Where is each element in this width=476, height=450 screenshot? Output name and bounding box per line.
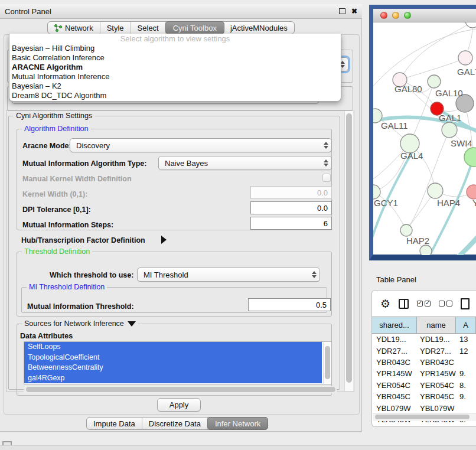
mi-steps-label: Mutual Information Steps:	[22, 221, 113, 229]
column-header[interactable]: name	[417, 317, 456, 333]
mi-steps-input[interactable]	[250, 217, 332, 230]
tab-discretize-data[interactable]: Discretize Data	[142, 418, 208, 429]
node-label: Y	[472, 198, 476, 208]
which-threshold-select[interactable]: MI Threshold	[137, 268, 320, 282]
tab-cyni-toolbox[interactable]: Cyni Toolbox	[165, 21, 224, 34]
dropdown-prompt: Select algorithm to view settings	[9, 34, 341, 44]
table-panel: ⚙ shared... name A YDL19...YDL19...13 YD…	[371, 290, 476, 427]
chevron-right-icon[interactable]	[161, 236, 167, 244]
table-row[interactable]: YIL052CYIL052C9	[372, 425, 476, 427]
manual-kernel-label: Manual Kernel Width Definition	[22, 175, 132, 183]
dpi-tolerance-input[interactable]	[250, 201, 332, 214]
column-header[interactable]: A	[456, 317, 476, 333]
column-header[interactable]: shared...	[372, 317, 417, 333]
kernel-width-label: Kernel Width (0,1):	[22, 190, 87, 198]
algorithm-dropdown-list: Select algorithm to view settings Bayesi…	[9, 34, 341, 102]
network-canvas[interactable]: GAL7 GAL80 GAL10 GAL1 GAL11 SWI4 GAL4 GC…	[373, 22, 476, 255]
network-edges-highlight	[373, 109, 476, 255]
dropdown-item-selected[interactable]: ARACNE Algorithm	[9, 63, 341, 72]
mi-threshold-input[interactable]	[248, 298, 331, 311]
aracne-mode-select[interactable]: Discovery	[70, 138, 332, 152]
network-view-window[interactable]: GAL7 GAL80 GAL10 GAL1 GAL11 SWI4 GAL4 GC…	[369, 5, 476, 260]
table-toolbar: ⚙	[372, 291, 476, 317]
hscrollbar-thumb[interactable]	[375, 415, 470, 419]
tab-infer-network[interactable]: Infer Network	[207, 417, 268, 430]
network-window-titlebar[interactable]	[373, 9, 476, 22]
which-threshold-label: Which threshold to use:	[50, 271, 133, 279]
deselect-all-columns-icon[interactable]	[439, 301, 452, 306]
list-item[interactable]: SelfLoops	[24, 342, 322, 353]
data-attributes-label: Data Attributes	[20, 332, 73, 340]
dropdown-item[interactable]: Mutual Information Inference	[9, 72, 341, 81]
tab-impute-data[interactable]: Impute Data	[87, 418, 142, 429]
table-row[interactable]: YER054CYER054C8.	[372, 380, 476, 391]
table-row[interactable]: YPR145WYPR145W9.	[372, 368, 476, 379]
tab-jactivemnodules[interactable]: jActiveMNodules	[224, 22, 294, 34]
list-item[interactable]: BetweennessCentrality	[24, 363, 322, 373]
group-title: Threshold Definition	[22, 247, 92, 256]
hub-section-label[interactable]: Hub/Transcription Factor Definition	[21, 236, 145, 244]
control-panel-titlebar: Control Panel ✖	[0, 4, 362, 19]
zoom-traffic-light-icon[interactable]	[404, 12, 411, 19]
close-traffic-light-icon[interactable]	[380, 12, 387, 19]
mi-algorithm-type-select[interactable]: Naive Bayes	[158, 156, 332, 170]
table-row[interactable]: YDL19...YDL19...13	[372, 334, 476, 345]
dpi-tolerance-label: DPI Tolerance [0,1]:	[22, 206, 91, 214]
control-panel-tabbar: Network Style Select Cyni Toolbox jActiv…	[47, 21, 295, 34]
tab-select[interactable]: Select	[131, 22, 166, 34]
settings-scrollbar[interactable]	[344, 111, 353, 391]
table-row[interactable]: YBR045CYBR045C9.	[372, 391, 476, 402]
list-item[interactable]: gal4RGexp	[24, 373, 322, 384]
close-icon[interactable]: ✖	[351, 8, 357, 15]
group-title: Sources for Network Inference	[22, 319, 138, 328]
kernel-width-input[interactable]	[250, 186, 332, 199]
data-attributes-list: SelfLoops TopologicalCoefficient Between…	[24, 341, 332, 384]
columns-icon[interactable]	[399, 299, 409, 309]
table-hscrollbar[interactable]	[373, 413, 476, 421]
node-label: GAL4	[400, 151, 423, 161]
float-window-icon[interactable]	[339, 8, 345, 14]
scrollbar-thumb[interactable]	[346, 113, 352, 383]
node-label: HAP2	[406, 236, 429, 246]
list-item[interactable]: TopologicalCoefficient	[24, 353, 322, 363]
control-panel-title: Control Panel	[5, 7, 339, 16]
table-header: shared... name A	[372, 317, 476, 334]
bottom-strip	[0, 445, 476, 450]
export-table-icon[interactable]	[461, 298, 470, 309]
group-title: MI Threshold Definition	[27, 283, 107, 291]
node-label: SWI4	[451, 138, 472, 148]
node-label: GAL7	[457, 67, 476, 77]
manual-kernel-checkbox[interactable]	[322, 174, 331, 182]
node-label: GAL80	[395, 84, 422, 94]
combo-arrows-icon	[321, 142, 331, 149]
node-label: GAL10	[435, 88, 463, 98]
dropdown-item[interactable]: Dream8 DC_TDC Algorithm	[9, 91, 341, 100]
table-row[interactable]: YBR043CYBR043C	[372, 357, 476, 368]
node-label: GAL1	[439, 113, 461, 123]
dropdown-item[interactable]: Bayesian – Hill Climbing	[9, 44, 341, 53]
chevron-down-icon[interactable]	[128, 321, 136, 327]
select-all-columns-icon[interactable]	[417, 301, 431, 306]
tab-style[interactable]: Style	[100, 22, 131, 34]
group-title: Algorithm Definition	[22, 125, 90, 133]
network-icon	[54, 24, 62, 32]
bottom-tabbar: Impute Data Discretize Data Infer Networ…	[86, 417, 268, 430]
gear-icon[interactable]: ⚙	[380, 297, 390, 311]
list-scrollbar[interactable]	[323, 343, 331, 384]
aracne-mode-label: Aracne Mode:	[22, 142, 71, 150]
hscrollbar-thumb[interactable]	[26, 387, 335, 392]
minimize-traffic-light-icon[interactable]	[392, 12, 399, 19]
combo-arrows-icon	[309, 271, 319, 278]
dropdown-item[interactable]: Bayesian – K2	[9, 81, 341, 91]
mi-threshold-label: Mutual Information Threshold:	[27, 302, 134, 311]
group-title: Cyni Algorithm Settings	[14, 112, 94, 120]
dropdown-item[interactable]: Basic Correlation Inference	[9, 53, 341, 63]
mi-type-label: Mutual Information Algorithm Type:	[22, 159, 146, 168]
node-label: GCY1	[374, 198, 398, 208]
hscrollbar-track[interactable]	[24, 386, 337, 393]
tab-network[interactable]: Network	[48, 22, 100, 34]
table-row[interactable]: YBL079WYBL079W	[372, 402, 476, 413]
apply-button[interactable]: Apply	[157, 398, 201, 412]
scrollbar-thumb[interactable]	[325, 346, 330, 379]
table-row[interactable]: YDR27...YDR27...12	[372, 345, 476, 356]
